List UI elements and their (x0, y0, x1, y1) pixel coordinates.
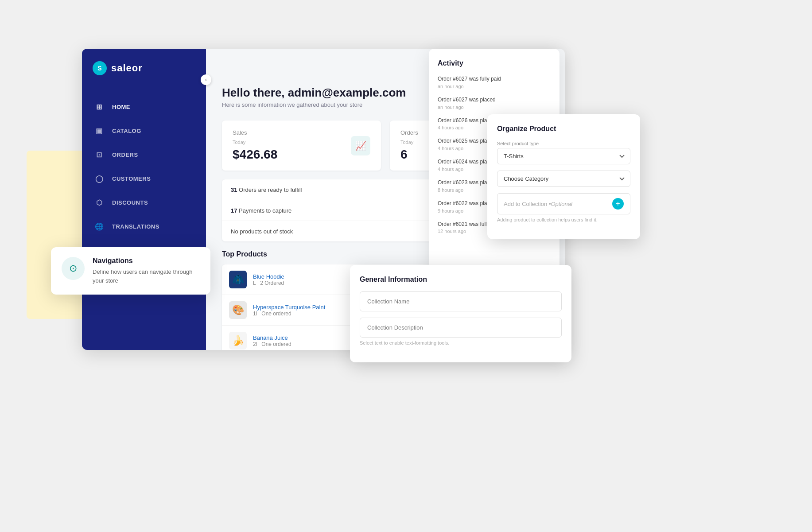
sales-period: Today (233, 140, 277, 145)
category-field: Choose Category (497, 171, 630, 187)
general-info-card: General Information Select text to enabl… (350, 265, 571, 362)
navigation-tooltip-content: Navigations Define how users can navigat… (93, 257, 200, 285)
collection-name-field (360, 291, 562, 311)
form-hint: Select text to enable text-formatting to… (360, 340, 562, 346)
sidebar-item-label-catalog: CATALOG (112, 128, 141, 134)
sidebar-item-discounts[interactable]: ⬡ DISCOUNTS (82, 190, 206, 214)
home-icon: ⊞ (94, 102, 104, 112)
organize-product-title: Organize Product (497, 125, 630, 133)
activity-title: Activity (438, 59, 551, 67)
sidebar-logo: S saleor (82, 49, 206, 88)
sales-card: Sales Today $426.68 📈 (222, 120, 381, 171)
collection-name-input[interactable] (360, 291, 562, 311)
list-item: Order #6027 was fully paid an hour ago (438, 75, 551, 89)
orders-value: 6 (400, 148, 418, 162)
activity-time-1: an hour ago (438, 84, 551, 89)
translations-icon: 🌐 (94, 221, 104, 231)
logo-icon: S (93, 61, 107, 75)
collection-field: Add to Collection •Optional + Adding pro… (497, 193, 630, 222)
sidebar-item-label-home: HOME (112, 104, 130, 110)
sidebar-item-label-translations: TRANSLATIONS (112, 223, 159, 230)
alert-stock-text: No products out of stock (231, 228, 293, 235)
sidebar-nav: ⊞ HOME ▣ CATALOG ⊡ ORDERS ◯ CUSTOMERS ⬡ (82, 88, 206, 350)
activity-time-2: an hour ago (438, 105, 551, 110)
collection-description-input[interactable] (360, 318, 562, 338)
collection-label: Add to Collection •Optional (504, 201, 572, 207)
sidebar-item-home[interactable]: ⊞ HOME (82, 95, 206, 119)
add-to-collection-button[interactable]: + (612, 198, 624, 210)
category-select[interactable]: Choose Category (497, 171, 630, 187)
collection-hint: Adding product to collection helps users… (497, 217, 630, 222)
orders-period: Today (400, 140, 418, 145)
customers-icon: ◯ (94, 174, 104, 183)
sales-value: $426.68 (233, 148, 277, 162)
alert-payments-text: 17 Payments to capture (231, 207, 291, 214)
sidebar-item-label-customers: CUSTOMERS (112, 175, 151, 182)
sidebar-item-catalog[interactable]: ▣ CATALOG (82, 119, 206, 143)
sidebar-item-translations[interactable]: 🌐 TRANSLATIONS (82, 214, 206, 238)
sidebar-collapse-button[interactable]: ‹ (201, 74, 211, 85)
orders-label: Orders (400, 129, 418, 136)
sidebar-item-label-orders: ORDERS (112, 151, 138, 158)
collection-row: Add to Collection •Optional + (497, 193, 630, 214)
alert-fulfill-text: 31 Orders are ready to fulfill (231, 186, 302, 193)
sidebar-item-customers[interactable]: ◯ CUSTOMERS (82, 167, 206, 190)
activity-text-1: Order #6027 was fully paid (438, 75, 551, 83)
navigation-tooltip-title: Navigations (93, 257, 200, 265)
product-type-label: Select product type (497, 141, 630, 146)
product-type-field: Select product type T-Shirts (497, 141, 630, 164)
activity-text-2: Order #6027 was placed (438, 96, 551, 104)
sidebar-item-label-discounts: DISCOUNTS (112, 199, 148, 206)
sidebar-item-orders[interactable]: ⊡ ORDERS (82, 143, 206, 167)
general-info-title: General Information (360, 276, 562, 283)
organize-product-card: Organize Product Select product type T-S… (487, 114, 640, 239)
product-thumb-paint: 🎨 (229, 301, 247, 319)
sidebar: S saleor ⊞ HOME ▣ CATALOG ⊡ ORDERS ◯ (82, 49, 206, 350)
product-thumb-hoodie: 🧥 (229, 271, 247, 288)
navigation-tooltip: ⊙ Navigations Define how users can navig… (51, 247, 210, 295)
collection-description-field: Select text to enable text-formatting to… (360, 318, 562, 346)
navigation-tooltip-icon: ⊙ (62, 257, 85, 280)
navigation-tooltip-desc: Define how users can navigate through yo… (93, 268, 200, 285)
discounts-icon: ⬡ (94, 198, 104, 207)
sales-label: Sales (233, 129, 277, 136)
product-type-select[interactable]: T-Shirts (497, 148, 630, 164)
sales-icon: 📈 (351, 136, 370, 155)
product-thumb-juice: 🍌 (229, 332, 247, 349)
orders-icon: ⊡ (94, 150, 104, 159)
logo-text: saleor (111, 62, 143, 74)
list-item: Order #6027 was placed an hour ago (438, 96, 551, 110)
catalog-icon: ▣ (94, 126, 104, 136)
